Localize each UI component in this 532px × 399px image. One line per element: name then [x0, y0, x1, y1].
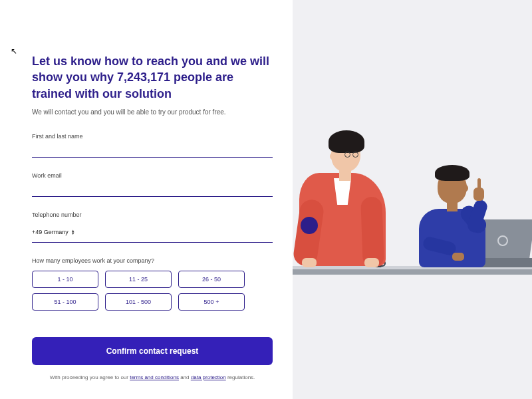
- glasses-icon: [344, 152, 360, 158]
- page-title: Let us know how to reach you and we will…: [32, 53, 273, 102]
- illustration-panel: [293, 0, 532, 399]
- employees-option[interactable]: 26 - 50: [178, 271, 245, 288]
- phone-input[interactable]: [79, 225, 273, 239]
- employees-option[interactable]: 51 - 100: [32, 293, 98, 311]
- terms-link[interactable]: terms and conditions: [130, 374, 179, 380]
- country-code-select[interactable]: +49 Germany ▲▼: [32, 229, 75, 235]
- employees-option[interactable]: 1 - 10: [32, 271, 98, 288]
- form-panel: Let us know how to reach you and we will…: [0, 0, 293, 399]
- confirm-button[interactable]: Confirm contact request: [32, 337, 273, 365]
- country-code-value: +49 Germany: [32, 229, 68, 235]
- name-label: First and last name: [32, 133, 273, 140]
- employees-label: How many employees work at your company?: [32, 257, 273, 264]
- employees-option[interactable]: 500 +: [178, 293, 245, 311]
- page-subtitle: We will contact you and you will be able…: [32, 108, 273, 116]
- email-label: Work email: [32, 172, 273, 179]
- name-field: First and last name: [32, 133, 273, 158]
- person-a-ear: [330, 153, 335, 160]
- phone-row: +49 Germany ▲▼: [32, 221, 273, 243]
- phone-label: Telephone number: [32, 211, 273, 218]
- email-input[interactable]: [32, 182, 273, 197]
- legal-text: With proceeding you agree to our terms a…: [32, 374, 273, 380]
- person-a-hand: [364, 258, 379, 267]
- employees-section: How many employees work at your company?…: [32, 257, 273, 311]
- select-chevrons-icon: ▲▼: [71, 229, 75, 235]
- employees-option[interactable]: 11 - 25: [105, 271, 172, 288]
- person-a-hand: [302, 258, 317, 267]
- person-a-hair: [329, 130, 364, 153]
- legal-pre: With proceeding you agree to our: [50, 374, 130, 380]
- employees-grid: 1 - 10 11 - 25 26 - 50 51 - 100 101 - 50…: [32, 271, 273, 311]
- person-b-ear: [463, 185, 468, 192]
- person-b-finger: [477, 178, 481, 190]
- person-a-elbow-patch: [301, 217, 318, 234]
- data-protection-link[interactable]: data protection: [191, 374, 226, 380]
- laptop-logo-icon: [497, 235, 508, 246]
- person-b-hair: [435, 165, 469, 181]
- legal-mid: and: [179, 374, 191, 380]
- page: ↖ Let us know how to reach you and we wi…: [0, 0, 532, 399]
- email-field: Work email: [32, 172, 273, 197]
- phone-field: Telephone number +49 Germany ▲▼: [32, 211, 273, 243]
- desk: [293, 269, 532, 275]
- legal-post: regulations.: [226, 374, 255, 380]
- person-a-arm: [360, 196, 384, 267]
- name-input[interactable]: [32, 142, 273, 158]
- employees-option[interactable]: 101 - 500: [105, 293, 172, 311]
- person-b-hand: [452, 253, 464, 261]
